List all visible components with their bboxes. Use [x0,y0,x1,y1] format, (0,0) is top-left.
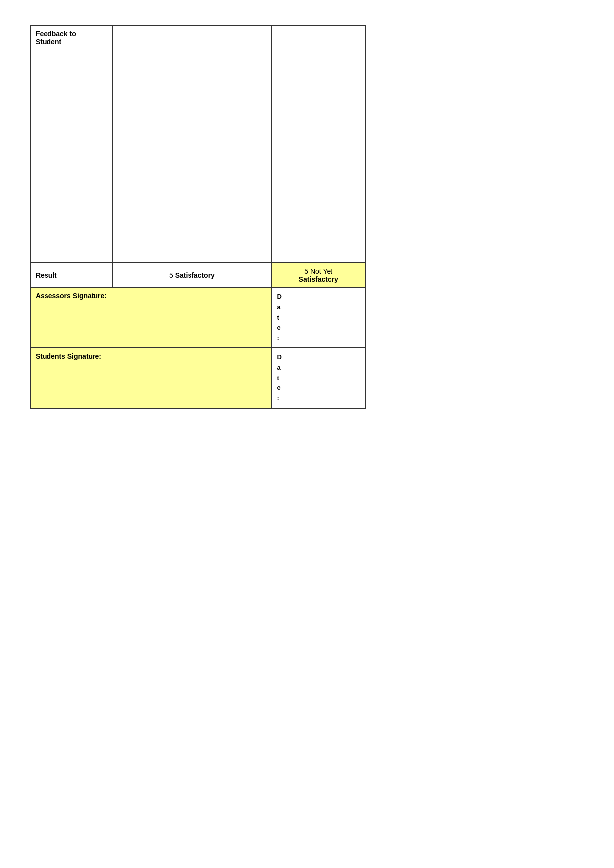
students-date-d: D [277,352,360,363]
feedback-row: Feedback to Student [30,25,366,263]
students-date-a: a [277,363,360,373]
assessors-date-colon: : [277,333,360,343]
not-yet-satisfactory-cell: 5 Not Yet Satisfactory [271,263,366,288]
assessors-date-d: D [277,292,360,302]
students-signature-row: Students Signature: D a t e : [30,348,366,408]
students-date-t: t [277,373,360,384]
page-container: Feedback to Student Result 5Satisfactory… [0,0,614,868]
students-date-cell: D a t e : [271,348,366,408]
not-yet-line2: Satisfactory [299,275,338,283]
result-row: Result 5Satisfactory 5 Not Yet Satisfact… [30,263,366,288]
not-yet-number: 5 [304,267,308,275]
satisfactory-text: Satisfactory [175,271,215,279]
result-label: Result [36,271,57,279]
assessors-date-a: a [277,302,360,313]
assessors-date-t: t [277,313,360,323]
assessors-date-cell: D a t e : [271,288,366,348]
assessors-signature-label: Assessors Signature: [36,292,107,300]
assessors-signature-row: Assessors Signature: D a t e : [30,288,366,348]
result-label-cell: Result [30,263,112,288]
students-signature-cell[interactable]: Students Signature: [30,348,271,408]
feedback-content-cell[interactable] [112,25,271,263]
assessors-date-text: D a t e : [277,292,360,343]
main-table: Feedback to Student Result 5Satisfactory… [30,25,366,409]
feedback-label: Feedback to Student [36,30,76,46]
feedback-line1: Feedback to [36,30,76,38]
assessors-date-e: e [277,323,360,333]
feedback-line2: Student [36,38,61,46]
assessors-signature-cell[interactable]: Assessors Signature: [30,288,271,348]
students-date-e: e [277,383,360,393]
not-yet-number-line: 5 Not Yet [304,267,332,275]
not-yet-label: 5 Not Yet Satisfactory [277,267,360,283]
feedback-label-cell: Feedback to Student [30,25,112,263]
satisfactory-cell: 5Satisfactory [112,263,271,288]
students-date-text: D a t e : [277,352,360,404]
satisfactory-number: 5 [169,271,173,279]
not-yet-line1: Not Yet [310,267,332,275]
students-date-colon: : [277,393,360,404]
students-signature-label: Students Signature: [36,352,101,360]
